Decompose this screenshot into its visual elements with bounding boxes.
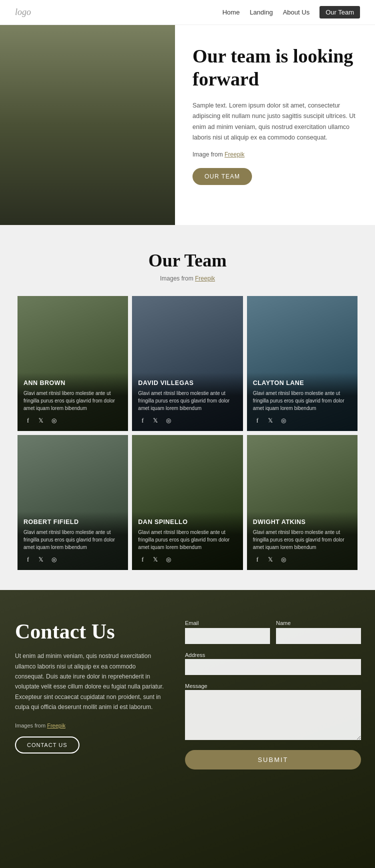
twitter-icon-clayton[interactable]: 𝕏 [266,416,275,425]
hero-section: Our team is looking forward Sample text.… [0,25,375,225]
team-subtitle: Images from Freepik [15,275,360,282]
hero-cta-button[interactable]: OUR TEAM [192,168,252,185]
email-label: Email [185,620,270,626]
social-dan: f 𝕏 ◎ [138,555,236,564]
team-card-david: DAVID VILLEGAS Glavi amet ritnisl libero… [132,296,242,431]
contact-us-button[interactable]: CONTACT US [15,736,80,754]
team-card-dwight: DWIGHT ATKINS Glavi amet ritnisl libero … [247,435,358,570]
card-overlay-clayton: CLAYTON LANE Glavi amet ritnisl libero m… [247,372,358,431]
member-bio-clayton: Glavi amet ritnisl libero molestie ante … [253,390,352,412]
team-freepik-link[interactable]: Freepik [195,275,215,282]
social-robert: f 𝕏 ◎ [24,555,122,564]
card-overlay-robert: ROBERT FIFIELD Glavi amet ritnisl libero… [18,512,128,570]
team-card-robert: ROBERT FIFIELD Glavi amet ritnisl libero… [18,435,128,570]
team-grid: ANN BROWN Glavi amet ritnisl libero mole… [18,296,358,570]
name-input[interactable] [276,628,361,644]
nav-links: Home Landing About Us Our Team [222,6,360,18]
member-bio-ann: Glavi amet ritnisl libero molestie ante … [24,390,122,412]
message-label: Message [185,683,208,689]
name-label: Name [276,620,361,626]
facebook-icon-robert[interactable]: f [24,555,32,564]
hero-image [0,25,175,225]
hero-content: Our team is looking forward Sample text.… [175,25,375,225]
twitter-icon-dan[interactable]: 𝕏 [151,555,160,564]
contact-title: Contact Us [15,620,165,643]
contact-left: Contact Us Ut enim ad minim veniam, quis… [15,620,165,754]
navbar: logo Home Landing About Us Our Team [0,0,375,25]
nav-landing[interactable]: Landing [250,8,272,16]
hero-text: Sample text. Lorem ipsum dolor sit amet,… [192,100,358,143]
social-clayton: f 𝕏 ◎ [253,416,352,425]
team-card-clayton: CLAYTON LANE Glavi amet ritnisl libero m… [247,296,358,431]
facebook-icon-dan[interactable]: f [138,555,147,564]
email-input[interactable] [185,628,270,644]
instagram-icon-david[interactable]: ◎ [164,416,173,425]
twitter-icon-ann[interactable]: 𝕏 [36,416,46,425]
contact-description: Ut enim ad minim veniam, quis nostrud ex… [15,651,165,712]
facebook-icon-david[interactable]: f [138,416,147,425]
member-name-robert: ROBERT FIFIELD [24,518,122,526]
member-name-ann: ANN BROWN [24,380,122,386]
card-overlay-ann: ANN BROWN Glavi amet ritnisl libero mole… [18,372,128,431]
member-bio-dwight: Glavi amet ritnisl libero molestie ante … [253,528,352,551]
social-david: f 𝕏 ◎ [138,416,236,425]
nav-about[interactable]: About Us [283,8,310,16]
member-bio-dan: Glavi amet ritnisl libero molestie ante … [138,528,236,551]
form-row-email-name: Email Name [185,620,361,644]
contact-freepik-link[interactable]: Freepik [47,722,66,728]
member-name-clayton: CLAYTON LANE [253,380,352,386]
member-name-dan: DAN SPINELLO [138,518,236,526]
card-overlay-david: DAVID VILLEGAS Glavi amet ritnisl libero… [132,372,242,431]
instagram-icon-dwight[interactable]: ◎ [279,555,288,564]
address-input[interactable] [185,659,361,675]
instagram-icon-dan[interactable]: ◎ [164,555,173,564]
hero-title: Our team is looking forward [192,45,358,90]
twitter-icon-robert[interactable]: 𝕏 [36,555,46,564]
twitter-icon-david[interactable]: 𝕏 [151,416,160,425]
nav-our-team[interactable]: Our Team [320,6,360,18]
address-label: Address [185,652,205,658]
social-dwight: f 𝕏 ◎ [253,555,352,564]
contact-image-credit: Images from Freepik [15,722,165,728]
instagram-icon-ann[interactable]: ◎ [50,416,58,425]
team-card-dan: DAN SPINELLO Glavi amet ritnisl libero m… [132,435,242,570]
contact-section: Contact Us Ut enim ad minim veniam, quis… [0,590,375,868]
facebook-icon-clayton[interactable]: f [253,416,262,425]
nav-home[interactable]: Home [222,8,240,16]
member-bio-david: Glavi amet ritnisl libero molestie ante … [138,390,236,412]
instagram-icon-robert[interactable]: ◎ [50,555,58,564]
hero-freepik-link[interactable]: Freepik [224,151,244,158]
card-overlay-dan: DAN SPINELLO Glavi amet ritnisl libero m… [132,512,242,570]
form-group-name: Name [276,620,361,644]
card-overlay-dwight: DWIGHT ATKINS Glavi amet ritnisl libero … [247,512,358,570]
instagram-icon-clayton[interactable]: ◎ [279,416,288,425]
twitter-icon-dwight[interactable]: 𝕏 [266,555,275,564]
facebook-icon-ann[interactable]: f [24,416,32,425]
hero-image-credit: Image from Freepik [192,151,358,158]
submit-button[interactable]: SUBMIT [185,750,361,770]
facebook-icon-dwight[interactable]: f [253,555,262,564]
team-title: Our Team [15,250,360,271]
logo: logo [15,7,31,18]
team-card-ann: ANN BROWN Glavi amet ritnisl libero mole… [18,296,128,431]
member-name-dwight: DWIGHT ATKINS [253,518,352,526]
form-group-message: Message [185,681,361,742]
message-textarea[interactable] [185,690,361,740]
team-section: Our Team Images from Freepik ANN BROWN G… [0,225,375,590]
member-bio-robert: Glavi amet ritnisl libero molestie ante … [24,528,122,551]
form-group-email: Email [185,620,270,644]
contact-form: Email Name Address Message SUBMIT [185,620,361,770]
form-group-address: Address [185,650,361,675]
social-ann: f 𝕏 ◎ [24,416,122,425]
team-header: Our Team [15,250,360,271]
member-name-david: DAVID VILLEGAS [138,380,236,386]
